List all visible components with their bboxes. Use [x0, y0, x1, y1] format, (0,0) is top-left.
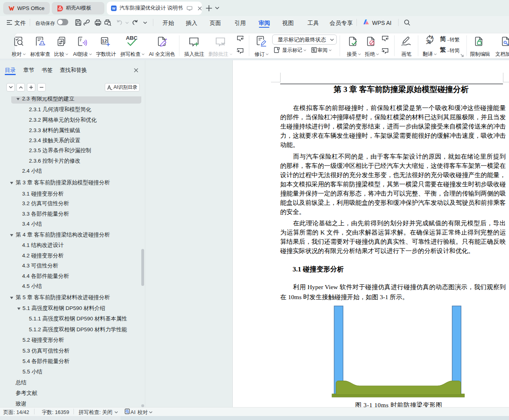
svg-text:12: 12: [102, 39, 107, 43]
svg-text:W: W: [112, 6, 116, 10]
svg-text:A: A: [431, 35, 434, 40]
